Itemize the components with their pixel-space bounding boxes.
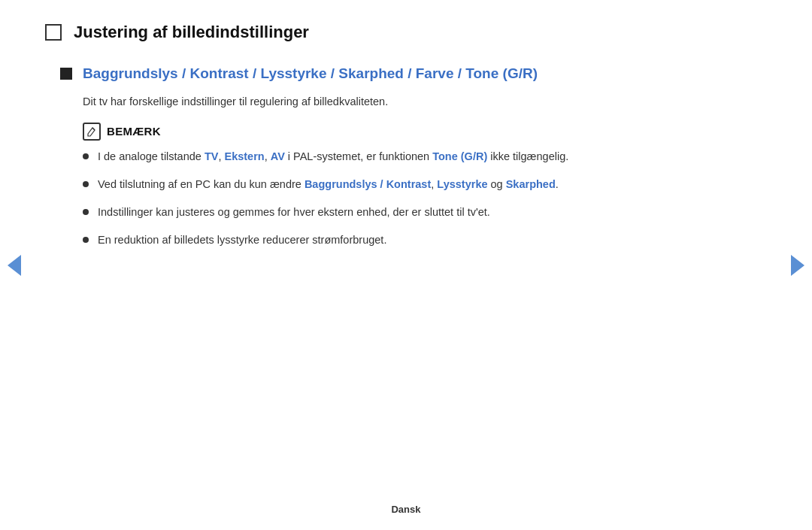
- note-header: BEMÆRK: [83, 123, 752, 141]
- language-label: Dansk: [391, 504, 420, 515]
- section-body: Dit tv har forskellige indstillinger til…: [83, 93, 752, 250]
- list-item: Indstillinger kan justeres og gemmes for…: [83, 204, 752, 221]
- section-bullet-square: [60, 68, 72, 80]
- bullet-text-1: I de analoge tilstande TV, Ekstern, AV i…: [98, 148, 568, 165]
- link-av: AV: [271, 150, 285, 162]
- bullet-dot: [83, 209, 89, 215]
- list-item: En reduktion af billedets lysstyrke redu…: [83, 232, 752, 249]
- link-lysstyrke: Lysstyrke: [437, 178, 487, 190]
- link-skarphed: Skarphed: [506, 178, 556, 190]
- main-content: Justering af billedindstillinger Baggrun…: [0, 0, 812, 492]
- link-ekstern: Ekstern: [224, 150, 264, 162]
- bullet-list: I de analoge tilstande TV, Ekstern, AV i…: [83, 148, 752, 250]
- checkbox-icon: [45, 24, 62, 41]
- note-block: BEMÆRK I de analoge tilstande TV, Ekster…: [83, 123, 752, 250]
- note-label: BEMÆRK: [107, 125, 161, 138]
- section-description: Dit tv har forskellige indstillinger til…: [83, 93, 752, 111]
- nav-arrow-right[interactable]: [791, 255, 804, 276]
- bullet-text-2: Ved tilslutning af en PC kan du kun ændr…: [98, 176, 559, 193]
- note-icon: [83, 123, 101, 141]
- section-header: Baggrundslys / Kontrast / Lysstyrke / Sk…: [60, 63, 752, 84]
- section: Baggrundslys / Kontrast / Lysstyrke / Sk…: [60, 63, 752, 249]
- page-title: Justering af billedindstillinger: [74, 23, 309, 42]
- page-title-row: Justering af billedindstillinger: [45, 23, 752, 42]
- link-tone-gr: Tone (G/R): [432, 150, 487, 162]
- bullet-dot: [83, 181, 89, 187]
- page-container: Justering af billedindstillinger Baggrun…: [0, 0, 812, 530]
- list-item: I de analoge tilstande TV, Ekstern, AV i…: [83, 148, 752, 165]
- bullet-text-4: En reduktion af billedets lysstyrke redu…: [98, 232, 386, 249]
- list-item: Ved tilslutning af en PC kan du kun ændr…: [83, 176, 752, 193]
- footer: Dansk: [0, 492, 812, 530]
- nav-arrow-left[interactable]: [8, 255, 21, 276]
- bullet-dot: [83, 153, 89, 159]
- section-title: Baggrundslys / Kontrast / Lysstyrke / Sk…: [83, 63, 538, 84]
- link-baggrundslys-kontrast: Baggrundslys / Kontrast: [304, 178, 431, 190]
- bullet-dot: [83, 237, 89, 243]
- bullet-text-3: Indstillinger kan justeres og gemmes for…: [98, 204, 490, 221]
- link-tv: TV: [205, 150, 219, 162]
